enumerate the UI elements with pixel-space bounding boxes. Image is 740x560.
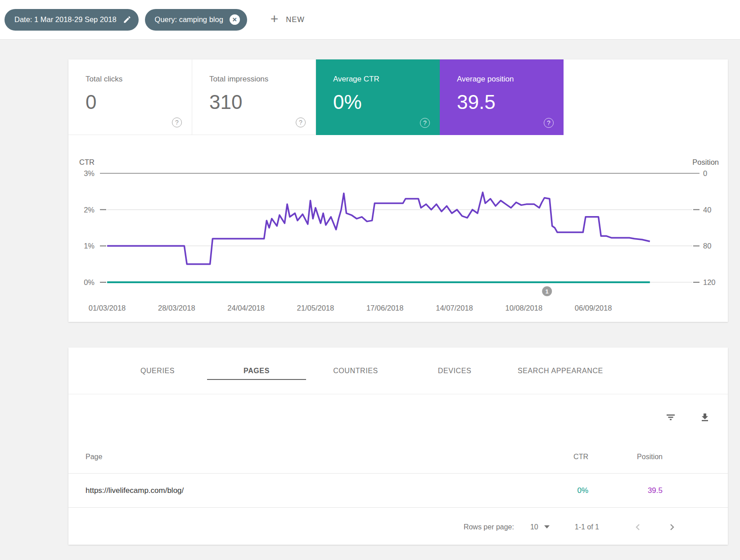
next-page-button[interactable] — [667, 522, 677, 533]
page: Date: 1 Mar 2018-29 Sep 2018 Query: camp… — [0, 0, 740, 560]
rows-per-page-select[interactable]: 10 — [530, 523, 550, 531]
table-toolbar — [68, 394, 728, 440]
column-header-position[interactable]: Position — [588, 453, 663, 461]
new-filter-label: NEW — [286, 15, 305, 24]
plus-icon: + — [271, 12, 279, 26]
card-label: Average CTR — [333, 75, 440, 84]
svg-text:0%: 0% — [84, 278, 95, 286]
rows-per-page-value: 10 — [530, 523, 538, 531]
average-ctr-card[interactable]: Average CTR 0% ? — [316, 59, 440, 135]
performance-chart: CTRPosition3%02%401%800%120101/03/201828… — [68, 149, 728, 322]
svg-text:120: 120 — [703, 278, 716, 286]
svg-text:3%: 3% — [84, 169, 95, 177]
column-header-ctr[interactable]: CTR — [512, 453, 588, 461]
tab-pages[interactable]: PAGES — [207, 348, 306, 394]
tab-devices[interactable]: DEVICES — [405, 348, 504, 394]
query-filter-label: Query: camping blog — [155, 15, 223, 24]
filter-icon[interactable] — [665, 412, 676, 423]
card-value: 0 — [86, 91, 192, 113]
results-panel: QUERIES PAGES COUNTRIES DEVICES SEARCH A… — [68, 348, 728, 545]
card-label: Total impressions — [209, 75, 316, 84]
edit-icon[interactable] — [123, 15, 131, 24]
card-label: Total clicks — [86, 75, 192, 84]
help-icon[interactable]: ? — [296, 117, 306, 127]
filter-bar: Date: 1 Mar 2018-29 Sep 2018 Query: camp… — [0, 0, 740, 40]
row-position-value: 39.5 — [588, 486, 663, 495]
svg-text:17/06/2018: 17/06/2018 — [366, 304, 404, 312]
performance-panel: Total clicks 0 ? Total impressions 310 ?… — [68, 59, 728, 322]
date-filter-chip[interactable]: Date: 1 Mar 2018-29 Sep 2018 — [5, 9, 139, 31]
metric-cards: Total clicks 0 ? Total impressions 310 ?… — [68, 59, 728, 135]
row-ctr-value: 0% — [512, 486, 588, 495]
download-icon[interactable] — [699, 412, 710, 423]
remove-filter-icon[interactable]: × — [230, 14, 240, 25]
previous-page-button[interactable] — [632, 522, 643, 533]
svg-text:1: 1 — [546, 288, 549, 295]
svg-text:40: 40 — [703, 206, 711, 214]
card-value: 39.5 — [457, 91, 564, 113]
svg-text:Position: Position — [692, 158, 719, 166]
svg-text:14/07/2018: 14/07/2018 — [436, 304, 473, 312]
tab-search-appearance[interactable]: SEARCH APPEARANCE — [504, 348, 617, 394]
row-page-url[interactable]: https://livelifecamp.com/blog/ — [86, 486, 512, 495]
total-impressions-card[interactable]: Total impressions 310 ? — [192, 59, 316, 135]
svg-text:10/08/2018: 10/08/2018 — [505, 304, 543, 312]
svg-text:80: 80 — [703, 242, 711, 250]
column-header-page[interactable]: Page — [86, 453, 512, 461]
table-footer: Rows per page: 10 1-1 of 1 — [68, 508, 728, 546]
help-icon[interactable]: ? — [172, 117, 182, 127]
svg-text:06/09/2018: 06/09/2018 — [575, 304, 612, 312]
svg-text:21/05/2018: 21/05/2018 — [297, 304, 334, 312]
tabs: QUERIES PAGES COUNTRIES DEVICES SEARCH A… — [68, 348, 728, 394]
table-row[interactable]: https://livelifecamp.com/blog/ 0% 39.5 — [68, 474, 728, 508]
rows-per-page-label: Rows per page: — [464, 523, 514, 531]
svg-text:01/03/2018: 01/03/2018 — [89, 304, 126, 312]
svg-text:28/03/2018: 28/03/2018 — [158, 304, 195, 312]
svg-text:2%: 2% — [84, 206, 95, 214]
total-clicks-card[interactable]: Total clicks 0 ? — [68, 59, 192, 135]
caret-down-icon — [544, 525, 550, 528]
card-label: Average position — [457, 75, 564, 84]
average-position-card[interactable]: Average position 39.5 ? — [440, 59, 564, 135]
tab-queries[interactable]: QUERIES — [108, 348, 207, 394]
svg-text:CTR: CTR — [79, 158, 95, 166]
query-filter-chip[interactable]: Query: camping blog × — [145, 9, 247, 31]
svg-text:0: 0 — [703, 169, 707, 177]
help-icon[interactable]: ? — [420, 118, 430, 128]
new-filter-button[interactable]: + NEW — [268, 13, 307, 26]
svg-text:24/04/2018: 24/04/2018 — [227, 304, 265, 312]
tab-countries[interactable]: COUNTRIES — [306, 348, 405, 394]
pagination-range: 1-1 of 1 — [575, 523, 599, 531]
svg-text:1%: 1% — [84, 242, 95, 250]
card-value: 0% — [333, 91, 440, 113]
table-header-row: Page CTR Position — [68, 440, 728, 474]
help-icon[interactable]: ? — [544, 118, 554, 128]
date-filter-label: Date: 1 Mar 2018-29 Sep 2018 — [14, 15, 117, 24]
card-value: 310 — [209, 91, 316, 113]
